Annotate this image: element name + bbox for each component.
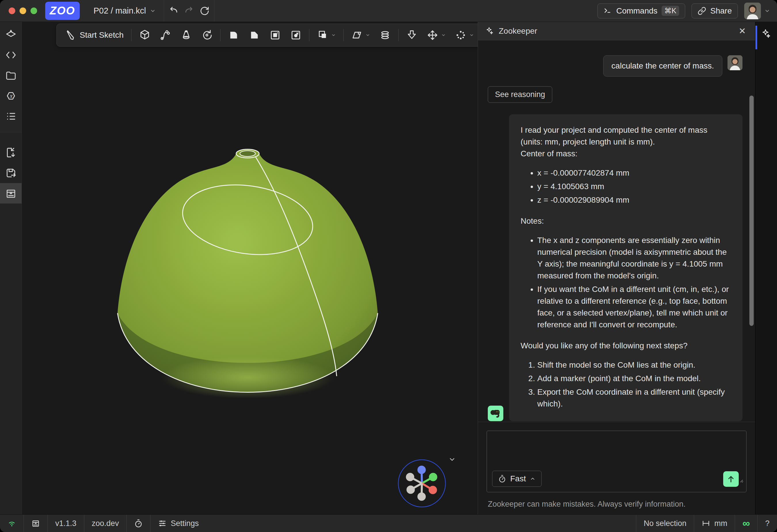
helix-button[interactable] [377, 27, 393, 43]
share-button[interactable]: Share [691, 3, 738, 18]
gizmo-dot-neg-x[interactable] [406, 473, 414, 481]
file-export-icon [5, 147, 17, 158]
fillet-3d-icon [269, 29, 281, 41]
version-text: v1.1.3 [55, 519, 77, 528]
chevron-down-icon [150, 8, 156, 14]
gizmo-dot-x[interactable] [429, 486, 437, 494]
sidebar-item-files[interactable] [0, 65, 22, 86]
divider [164, 0, 164, 22]
3d-viewport[interactable]: Start Sketch [22, 22, 478, 514]
extrude-button[interactable] [137, 27, 152, 43]
sidebar-item-logs[interactable] [0, 106, 22, 126]
chevron-down-icon [365, 33, 370, 37]
active-panel-indicator [755, 26, 757, 49]
gizmo-dot-z[interactable] [429, 473, 437, 481]
refresh-icon [200, 6, 210, 16]
move-button[interactable] [425, 27, 447, 43]
sidebar-item-code[interactable] [0, 44, 22, 65]
revolve-button[interactable] [199, 27, 214, 43]
sidebar-item-variables[interactable]: x [0, 86, 22, 106]
send-button[interactable] [723, 471, 739, 487]
user-avatar-small [728, 55, 743, 70]
sidebar-item-machine[interactable] [0, 183, 22, 204]
breadcrumb[interactable]: P02 / main.kcl [87, 6, 162, 15]
chevron-down-icon [331, 33, 336, 37]
arrow-up-icon [727, 475, 735, 484]
fillet-3d-button[interactable] [267, 27, 283, 43]
close-window-button[interactable] [9, 7, 15, 14]
timer-status[interactable] [127, 515, 150, 532]
gizmo-dot-neg-z[interactable] [407, 486, 415, 494]
chamfer-button[interactable] [247, 27, 262, 43]
undo-icon [169, 6, 179, 16]
user-message-row: calculate the center of mass. [488, 55, 743, 77]
gizmo-dot-y[interactable] [418, 466, 426, 474]
see-reasoning-button[interactable]: See reasoning [488, 86, 552, 103]
assistant-message: I read your project and computed the cen… [509, 114, 743, 421]
sidebar-item-feature-tree[interactable] [0, 24, 22, 44]
svg-text:x: x [9, 93, 13, 99]
gizmo-menu-chevron-icon[interactable] [448, 456, 456, 463]
model-select-button[interactable]: Fast [492, 471, 542, 487]
redo-button[interactable] [181, 3, 197, 19]
close-panel-button[interactable]: ✕ [737, 26, 748, 36]
gizmo-dot-neg-y[interactable] [418, 493, 426, 501]
chevron-down-icon [441, 33, 446, 37]
link-text: zoo.dev [92, 519, 119, 528]
boolean-icon [317, 29, 328, 41]
version-label[interactable]: v1.1.3 [48, 515, 84, 532]
ruler-icon [701, 519, 710, 528]
save-export-icon [5, 167, 17, 179]
sweep-button[interactable] [158, 27, 173, 43]
network-status[interactable] [0, 515, 24, 532]
offset-plane-button[interactable] [349, 27, 372, 43]
chat-scrollbar[interactable] [749, 96, 754, 326]
commands-button[interactable]: Commands ⌘K [597, 3, 685, 18]
stream-status[interactable]: ∞ [735, 515, 758, 532]
chamfer-3d-button[interactable] [288, 27, 303, 43]
user-avatar[interactable] [744, 3, 761, 19]
boolean-button[interactable] [315, 27, 338, 43]
account-menu-chevron-icon[interactable] [764, 8, 770, 14]
model-select-label: Fast [510, 474, 526, 484]
start-sketch-label: Start Sketch [80, 30, 124, 40]
commands-label: Commands [616, 6, 657, 15]
selection-text: No selection [644, 519, 687, 528]
revolve-icon [201, 29, 213, 41]
undo-button[interactable] [166, 3, 181, 19]
list-item: y = 4.1005063 mm [537, 181, 731, 192]
code-icon [5, 49, 17, 61]
status-bar: v1.1.3 zoo.dev Settings No selection mm … [0, 514, 777, 532]
zoo-dev-link[interactable]: zoo.dev [84, 515, 127, 532]
help-button[interactable]: ? [758, 515, 777, 532]
loft-icon [181, 29, 192, 41]
sidebar-item-export[interactable] [0, 142, 22, 163]
settings-button[interactable]: Settings [150, 515, 206, 532]
loft-button[interactable] [179, 27, 194, 43]
zoom-window-button[interactable] [30, 7, 37, 14]
next-steps-label: Would you like any of the following next… [521, 340, 731, 351]
notes-list: The x and z components are essentially z… [521, 234, 731, 330]
refresh-button[interactable] [197, 3, 212, 19]
start-sketch-button[interactable]: Start Sketch [64, 27, 125, 43]
model-top-rim-inner[interactable] [240, 150, 255, 156]
sidebar-item-save-export[interactable] [0, 163, 22, 183]
machine-status[interactable] [24, 515, 48, 532]
sparkles-icon [485, 27, 494, 35]
help-icon: ? [765, 519, 770, 528]
units-button[interactable]: mm [694, 515, 735, 532]
resize-grip-icon [738, 477, 744, 484]
insert-icon [406, 29, 418, 41]
chat-history[interactable]: calculate the center of mass. See reason… [478, 40, 755, 422]
resize-grip[interactable] [738, 477, 744, 484]
orientation-gizmo[interactable] [393, 454, 451, 512]
zoo-logo[interactable]: ZOO [45, 2, 80, 20]
3d-model-teardrop[interactable] [22, 22, 478, 514]
minimize-window-button[interactable] [20, 7, 26, 14]
fillet-button[interactable] [226, 27, 241, 43]
wifi-icon [7, 519, 16, 528]
insert-button[interactable] [404, 27, 419, 43]
zookeeper-rail-button[interactable] [761, 29, 772, 39]
message-input[interactable]: Fast [487, 431, 747, 492]
pattern-button[interactable] [453, 27, 476, 43]
